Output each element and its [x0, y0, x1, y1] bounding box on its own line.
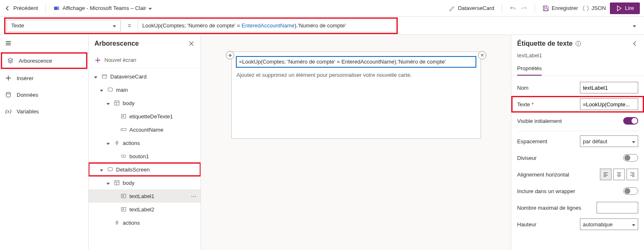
play-label: Lire [625, 5, 634, 11]
chevron-icon[interactable] [105, 100, 111, 106]
align-right-button[interactable] [627, 169, 638, 180]
tab-properties[interactable]: Propriétés [517, 62, 542, 76]
chevron-icon[interactable] [99, 167, 104, 173]
card-preview[interactable]: ✥ ✕ =LookUp(Comptes; 'Numéro de compte' … [231, 51, 481, 139]
prop-spacing-select[interactable]: par défaut [580, 135, 638, 147]
prop-text-input[interactable] [580, 98, 638, 110]
json-button[interactable]: JSON [582, 5, 606, 12]
tree-node-label: bouton1 [129, 153, 196, 159]
svg-rect-5 [108, 88, 113, 91]
tree-panel-title: Arborescence [94, 40, 139, 47]
align-center-button[interactable] [613, 169, 625, 180]
tree-node-main[interactable]: main [89, 83, 201, 96]
tree-node-actions[interactable]: actions [89, 136, 201, 150]
tree-node-bouton1[interactable]: bouton1 [89, 150, 201, 163]
svg-point-10 [123, 156, 124, 157]
back-label: Précédent [13, 5, 38, 11]
tree-node-textLabel1[interactable]: textLabel1⋯ [89, 189, 201, 203]
prop-visible-toggle[interactable] [623, 117, 638, 125]
undo-button[interactable] [510, 5, 516, 12]
nav-insert[interactable]: Insérer [0, 70, 88, 86]
card-icon [101, 74, 108, 79]
nav-data[interactable]: Données [0, 86, 88, 103]
tree-node-label: main [116, 87, 196, 93]
play-icon [616, 5, 622, 12]
tree-node-body[interactable]: body [89, 176, 201, 189]
input-icon [120, 127, 127, 132]
database-icon [5, 91, 12, 98]
props-title: Étiquette de texte [517, 40, 572, 47]
text-icon [120, 206, 127, 212]
nav-tree-view[interactable]: Arborescence [1, 52, 87, 69]
tree-node-DetailsScreen[interactable]: DetailsScreen [89, 163, 201, 176]
prop-height-select[interactable]: automatique [580, 218, 638, 230]
save-button[interactable]: Enregistrer [542, 5, 578, 12]
tree-node-AccountName[interactable]: AccountName [89, 123, 201, 136]
redo-button[interactable] [520, 5, 527, 12]
prop-name-input[interactable] [580, 82, 638, 93]
tree-node-label: textLabel1 [129, 193, 188, 199]
prop-maxlines-input[interactable] [597, 202, 638, 213]
required-star: * [532, 101, 534, 108]
tree-node-label: actions [123, 220, 196, 226]
chevron-icon[interactable] [105, 140, 111, 146]
card-name-label: DataverseCard [458, 5, 494, 11]
json-label: JSON [592, 5, 606, 11]
properties-panel: Étiquette de texte textLabel1 Propriétés… [511, 35, 644, 250]
svg-rect-11 [108, 168, 113, 171]
hamburger-button[interactable] [0, 35, 88, 51]
nav-variables[interactable]: (x) Variables [0, 103, 88, 120]
card-name-button[interactable]: DataverseCard [449, 5, 494, 12]
back-button[interactable]: Précédent [4, 5, 38, 12]
property-dropdown-label: Texte [11, 22, 24, 29]
tree-node-textLabel2[interactable]: textLabel2 [89, 203, 201, 216]
chevron-icon[interactable] [99, 87, 104, 93]
tree-node-DataverseCard[interactable]: DataverseCard [89, 70, 201, 83]
topbar: Précédent Affichage - Microsoft Teams – … [0, 0, 644, 17]
braces-icon [582, 5, 589, 12]
tree-node-label: DetailsScreen [116, 167, 196, 173]
canvas-hint: Ajoutez et supprimez un élément pour per… [237, 72, 476, 78]
svg-point-3 [6, 92, 10, 94]
more-button[interactable]: ⋯ [191, 193, 196, 199]
new-screen-button[interactable]: Nouvel écran [89, 52, 201, 68]
prop-row-name: Nom [511, 79, 644, 96]
play-button[interactable]: Lire [610, 2, 640, 14]
tree-node-actions[interactable]: actions [89, 216, 201, 229]
prop-row-maxlines: Nombre maximal de lignes [511, 199, 644, 216]
formula-bar: Texte = LookUp(Comptes; 'Numéro de compt… [0, 17, 644, 35]
close-handle[interactable]: ✕ [478, 51, 486, 59]
tree-node-etiquetteDeTexte1[interactable]: etiquetteDeTexte1 [89, 110, 201, 123]
layout-icon [114, 100, 120, 106]
tree-node-body[interactable]: body [89, 96, 201, 110]
prop-divider-toggle[interactable] [623, 154, 638, 162]
formula-input[interactable]: LookUp(Comptes; 'Numéro de compte' = Ent… [138, 20, 396, 32]
screen-icon [107, 167, 114, 172]
prop-row-divider: Diviseur [511, 150, 644, 166]
chevron-icon[interactable] [105, 180, 111, 186]
text-label-field[interactable]: =LookUp(Comptes; 'Numéro de compte' = En… [236, 56, 476, 68]
canvas: ✥ ✕ =LookUp(Comptes; 'Numéro de compte' … [201, 35, 511, 250]
move-handle[interactable]: ✥ [226, 51, 234, 59]
formula-expand-button[interactable] [629, 22, 640, 29]
tree-node-label: etiquetteDeTexte1 [129, 113, 196, 120]
prop-wrap-toggle[interactable] [623, 187, 638, 195]
chevron-down-icon [632, 221, 635, 228]
layout-icon [114, 180, 120, 186]
prop-row-halign: Alignement horizontal [511, 166, 644, 183]
chevron-icon[interactable] [93, 74, 99, 80]
theme-selector[interactable]: Affichage - Microsoft Teams – Clair [53, 5, 152, 12]
text-icon [120, 193, 127, 199]
info-icon[interactable] [575, 40, 582, 47]
property-dropdown[interactable]: Texte [6, 20, 121, 32]
variable-icon: (x) [5, 108, 12, 115]
close-tree-button[interactable] [188, 40, 195, 47]
expand-panel-button[interactable] [632, 40, 638, 47]
prop-row-text: Texte * [511, 96, 644, 113]
chevron-down-icon [632, 138, 635, 145]
plus-icon [94, 57, 101, 64]
nav-variables-label: Variables [17, 108, 39, 115]
align-left-button[interactable] [600, 169, 612, 180]
nav-insert-label: Insérer [17, 75, 33, 81]
tree-node-label: DataverseCard [110, 74, 196, 80]
